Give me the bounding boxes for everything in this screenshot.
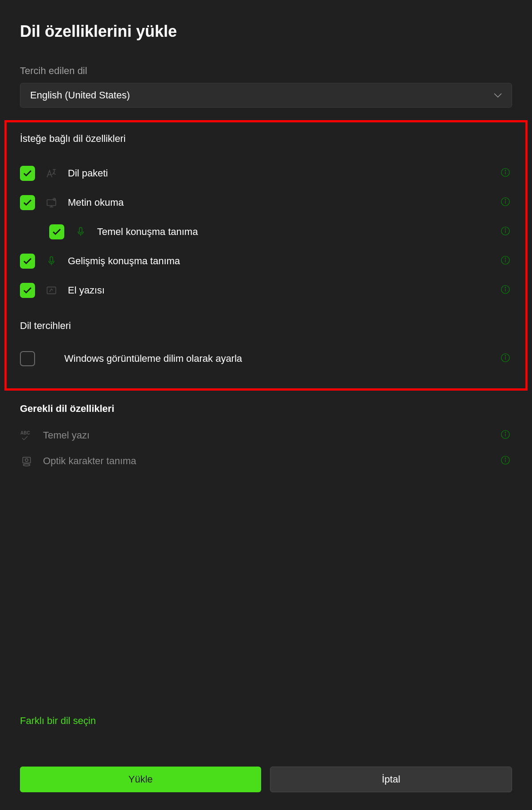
feature-row-handwriting: El yazısı <box>20 276 512 305</box>
chevron-down-icon <box>494 91 502 99</box>
info-icon[interactable] <box>501 168 512 179</box>
feature-label: El yazısı <box>68 285 491 296</box>
info-icon[interactable] <box>501 353 512 364</box>
info-icon[interactable] <box>501 455 512 467</box>
install-button[interactable]: Yükle <box>20 767 261 792</box>
dialog-title: Dil özelliklerini yükle <box>20 22 512 41</box>
svg-rect-31 <box>23 457 30 463</box>
checkbox-language-pack[interactable] <box>20 166 35 181</box>
svg-point-9 <box>505 200 505 200</box>
feature-label: Temel konuşma tanıma <box>97 226 491 238</box>
microphone-icon <box>45 254 58 268</box>
microphone-icon <box>74 225 87 239</box>
svg-point-30 <box>505 432 505 433</box>
feature-label: Metin okuma <box>68 197 491 208</box>
button-bar: Yükle İptal <box>20 767 512 792</box>
svg-point-26 <box>505 356 505 356</box>
required-label: Optik karakter tanıma <box>43 455 491 467</box>
select-different-language-link[interactable]: Farklı bir dil seçin <box>20 702 512 727</box>
language-dropdown-value: English (United States) <box>30 90 130 101</box>
checkbox-basic-speech[interactable] <box>49 224 64 239</box>
svg-point-32 <box>25 459 28 462</box>
feature-label: Gelişmiş konuşma tanıma <box>68 255 491 267</box>
required-row-basic-typing: ABC Temel yazı <box>20 423 512 448</box>
feature-row-advanced-speech: Gelişmiş konuşma tanıma <box>20 247 512 276</box>
svg-point-14 <box>505 229 505 229</box>
info-icon[interactable] <box>501 197 512 208</box>
svg-point-36 <box>505 458 505 458</box>
svg-point-2 <box>505 170 505 171</box>
checkbox-handwriting[interactable] <box>20 283 35 298</box>
svg-text:ABC: ABC <box>20 430 30 435</box>
info-icon[interactable] <box>501 285 512 296</box>
required-label: Temel yazı <box>43 430 491 441</box>
optional-features-section: İsteğe bağlı dil özellikleri Dil paketi … <box>4 120 528 391</box>
info-icon[interactable] <box>501 226 512 238</box>
svg-rect-10 <box>79 227 82 233</box>
cancel-button[interactable]: İptal <box>270 767 512 792</box>
preferred-language-label: Tercih edilen dil <box>20 65 512 77</box>
feature-row-language-pack: Dil paketi <box>20 159 512 188</box>
info-icon[interactable] <box>501 430 512 441</box>
required-features-title: Gerekli dil özellikleri <box>20 403 512 415</box>
required-features-section: Gerekli dil özellikleri ABC Temel yazı O… <box>20 403 512 474</box>
feature-label: Dil paketi <box>68 168 491 179</box>
ocr-icon <box>20 454 33 468</box>
info-icon[interactable] <box>501 255 512 267</box>
required-row-ocr: Optik karakter tanıma <box>20 448 512 474</box>
spacer-icon <box>45 352 55 365</box>
language-pack-icon <box>45 167 58 180</box>
language-dropdown[interactable]: English (United States) <box>20 83 512 108</box>
monitor-speech-icon <box>45 196 58 209</box>
checkbox-text-to-speech[interactable] <box>20 195 35 210</box>
preferences-title: Dil tercihleri <box>20 320 512 332</box>
svg-point-33 <box>23 464 30 466</box>
pen-icon <box>45 284 58 297</box>
preference-label: Windows görüntüleme dilim olarak ayarla <box>64 353 491 364</box>
preference-row-display-language: Windows görüntüleme dilim olarak ayarla <box>20 344 512 373</box>
svg-point-19 <box>505 258 505 258</box>
abc-check-icon: ABC <box>20 429 33 442</box>
svg-rect-15 <box>50 257 53 262</box>
svg-point-23 <box>505 287 505 288</box>
checkbox-display-language[interactable] <box>20 351 35 366</box>
optional-features-title: İsteğe bağlı dil özellikleri <box>20 133 512 145</box>
checkbox-advanced-speech[interactable] <box>20 254 35 269</box>
feature-row-text-to-speech: Metin okuma <box>20 188 512 217</box>
svg-rect-20 <box>47 287 56 293</box>
feature-row-basic-speech: Temel konuşma tanıma <box>20 217 512 247</box>
